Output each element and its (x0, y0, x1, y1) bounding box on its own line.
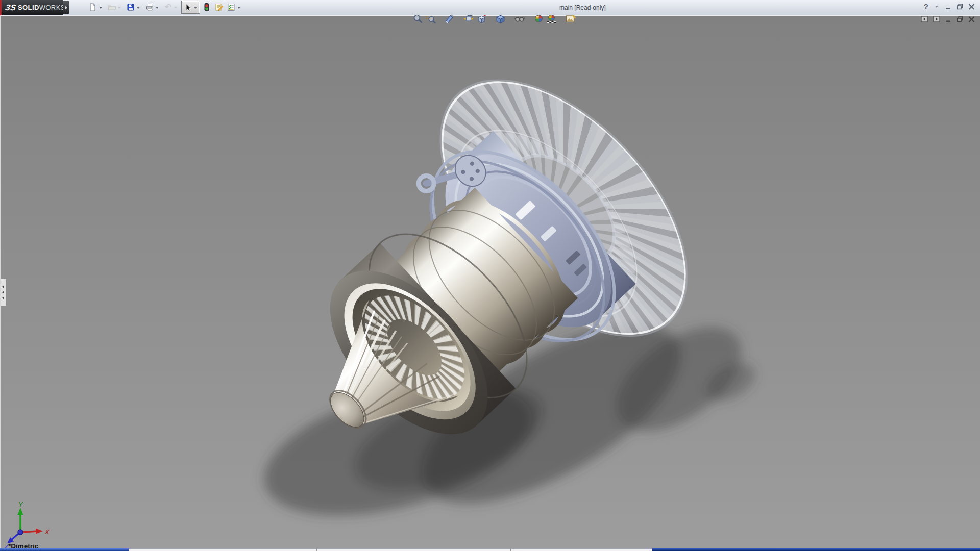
new-dropdown-arrow[interactable] (99, 7, 102, 9)
collapse-arrow-icon (2, 291, 4, 294)
new-button[interactable] (87, 1, 105, 14)
doc-restore-button[interactable] (957, 16, 963, 22)
document-title: main [Read-only] (559, 4, 606, 11)
options-dropdown-arrow[interactable] (237, 7, 240, 9)
minimize-button[interactable] (945, 4, 951, 10)
file-properties-button[interactable] (213, 1, 225, 14)
print-dropdown-arrow[interactable] (156, 7, 159, 9)
menu-flyout-button[interactable] (63, 1, 69, 14)
view-orientation-label: *Dimetric (8, 542, 38, 548)
select-button[interactable] (181, 1, 200, 14)
file-properties-icon (214, 3, 224, 12)
print-button[interactable] (144, 1, 162, 14)
taskbar-edge (0, 548, 980, 551)
undo-button[interactable]: ↶ (163, 1, 180, 14)
open-dropdown-arrow (118, 7, 121, 9)
taskbar-segment (129, 548, 652, 551)
taskbar-segment (0, 548, 129, 551)
collapse-arrow-icon (2, 285, 4, 288)
display-pane-toggle[interactable] (933, 16, 940, 22)
save-button[interactable] (125, 1, 143, 14)
undo-icon: ↶ (164, 3, 173, 11)
close-button[interactable] (968, 4, 975, 10)
triad-y-label: Y (18, 500, 23, 508)
document-window-controls (921, 16, 975, 22)
jet-engine-model[interactable]: Y X Z (0, 15, 980, 548)
flyout-arrow-icon (65, 6, 67, 10)
open-button[interactable] (106, 1, 124, 14)
checker-base-icon (547, 21, 556, 23)
new-document-icon (88, 3, 97, 12)
doc-minimize-button[interactable] (945, 16, 951, 22)
select-dropdown-arrow[interactable] (194, 7, 197, 9)
select-cursor-icon (182, 3, 192, 12)
options-icon (227, 3, 236, 12)
save-dropdown-arrow[interactable] (137, 7, 140, 9)
solidworks-logo: ЗS SOLIDWORKS (2, 0, 63, 15)
main-toolbar: ↶ (87, 1, 244, 14)
logo-text-light: WORKS (39, 4, 65, 11)
solidworks-logo-mark-icon: ЗS (4, 3, 16, 12)
open-folder-icon (107, 3, 116, 12)
options-button[interactable] (226, 1, 243, 14)
feature-pane-toggle[interactable] (921, 16, 928, 22)
featuremanager-collapse-tab[interactable] (0, 278, 7, 307)
graphics-viewport[interactable]: Y X Z *Dimetric (0, 15, 980, 548)
save-icon (126, 3, 135, 12)
logo-text-bold: SOLID (18, 4, 39, 11)
collapse-arrow-icon (2, 296, 4, 299)
reference-triad: Y X Z (4, 500, 50, 548)
triad-x-label: X (44, 528, 50, 536)
titlebar-window-controls: ? (924, 3, 975, 10)
taskbar-segment (652, 548, 980, 551)
restore-button[interactable] (957, 4, 963, 10)
doc-close-button[interactable] (968, 16, 975, 22)
help-icon[interactable]: ? (924, 3, 928, 10)
title-bar: ЗS SOLIDWORKS (0, 0, 980, 15)
help-dropdown-arrow[interactable] (935, 6, 938, 8)
print-icon (145, 3, 154, 12)
undo-dropdown-arrow (174, 7, 177, 9)
traffic-light-icon (202, 3, 211, 12)
rebuild-button[interactable] (201, 1, 212, 14)
